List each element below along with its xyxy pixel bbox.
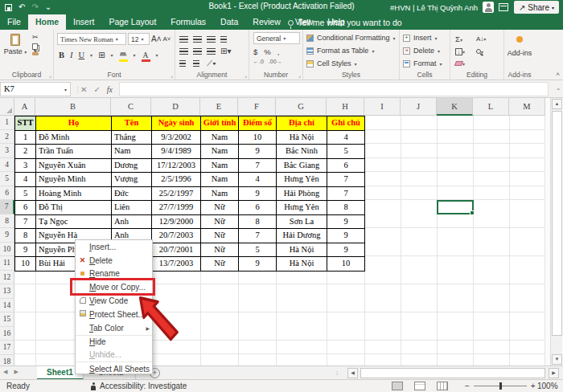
comma-style-button[interactable]: , [277, 47, 280, 56]
cell-stt[interactable]: 2 [15, 145, 36, 159]
cell-stt[interactable]: 5 [15, 187, 36, 202]
cell-stt[interactable]: 8 [15, 229, 36, 243]
cell-ghi-chu[interactable]: 8 [327, 201, 365, 215]
borders-icon[interactable]: ⊞ [98, 51, 105, 59]
formula-input[interactable] [119, 82, 549, 96]
page-break-view-icon[interactable] [437, 382, 448, 390]
ribbon-tab[interactable]: Data [213, 14, 245, 30]
cell-dia-chi[interactable]: Hải Dương [277, 229, 327, 243]
scroll-left-icon[interactable]: ◀ [347, 368, 358, 378]
cell-ngay-sinh[interactable]: 12/9/2000 [152, 215, 201, 230]
cell-ten[interactable]: Dương [112, 159, 152, 174]
cell-ghi-chu[interactable]: 9 [327, 215, 365, 230]
scroll-up-icon[interactable]: ▲ [552, 99, 562, 109]
cell-dia-chi[interactable]: Hà Nội [277, 243, 327, 258]
table-header-cell[interactable]: Địa chỉ [277, 116, 327, 131]
cell-dia-chi[interactable]: Bắc Ninh [277, 145, 327, 159]
align-bottom-icon[interactable] [207, 36, 216, 43]
cell-ghi-chu[interactable]: 10 [327, 257, 365, 272]
cell-ngay-sinh[interactable]: 2/5/1996 [152, 173, 201, 187]
cell-gioi-tinh[interactable]: Nữ [201, 229, 239, 243]
cell-ghi-chu[interactable]: 6 [327, 159, 365, 174]
delete-cells-button[interactable]: Delete▾ [403, 45, 442, 56]
find-select-button[interactable]: ▾ [476, 47, 497, 55]
table-header-cell[interactable]: Họ [36, 116, 112, 131]
borders-dropdown-icon[interactable]: ▾ [111, 52, 113, 58]
cell-stt[interactable]: 3 [15, 159, 36, 174]
column-header[interactable]: K [437, 98, 473, 116]
copy-icon[interactable] [32, 43, 38, 50]
cell-ngay-sinh[interactable]: 27/7/1999 [152, 201, 201, 215]
cell-ghi-chu[interactable]: 9 [327, 243, 365, 258]
cell-stt[interactable]: 6 [15, 201, 36, 215]
bold-button[interactable]: B [59, 51, 64, 59]
cell-ngay-sinh[interactable]: 9/4/1989 [152, 145, 201, 159]
row-header[interactable]: 9 [0, 228, 14, 243]
cell-diem-so[interactable]: 9 [239, 187, 277, 202]
cell-gioi-tinh[interactable]: Nam [201, 145, 239, 159]
autosum-button[interactable]: Σ▾ [455, 35, 476, 43]
font-name-dropdown-icon[interactable]: ▾ [116, 36, 118, 42]
table-header-cell[interactable]: Giới tính [201, 116, 239, 131]
row-header[interactable]: 2 [0, 130, 14, 145]
collapse-ribbon-icon[interactable]: ˄ [556, 71, 560, 78]
fill-button[interactable]: ↓▾ [455, 47, 476, 55]
cell-diem-so[interactable]: 7 [239, 229, 277, 243]
underline-button[interactable]: U [79, 51, 85, 59]
row-header[interactable]: 8 [0, 214, 14, 229]
cell-ghi-chu[interactable]: 9 [327, 229, 365, 243]
cell-gioi-tinh[interactable]: Nam [201, 159, 239, 174]
cell-dia-chi[interactable]: Hưng Yên [277, 173, 327, 187]
cell-ho[interactable]: Tạ Ngọc [36, 215, 112, 230]
cell-ho[interactable]: Trần Tuấn [36, 145, 112, 159]
cell-ho[interactable]: Nguyễn Minh [36, 173, 112, 187]
column-header[interactable]: G [276, 98, 327, 116]
cell-dia-chi[interactable]: Bắc Giang [277, 159, 327, 174]
alignment-dialog-launcher[interactable]: ⌟ [245, 72, 247, 79]
column-header[interactable]: C [111, 98, 151, 116]
font-color-dropdown-icon[interactable]: ▾ [156, 52, 158, 58]
cell-diem-so[interactable]: 6 [239, 201, 277, 215]
name-box[interactable]: K7▾ [0, 82, 71, 96]
cell-stt[interactable]: 9 [15, 243, 36, 258]
align-middle-icon[interactable] [193, 36, 202, 43]
conditional-formatting-button[interactable]: Conditional Formatting▾ [306, 32, 396, 43]
cell-ngay-sinh[interactable]: 9/3/2002 [152, 131, 201, 145]
table-header-cell[interactable]: Ngày sinh [152, 116, 201, 131]
menu-item-insert[interactable]: Insert... [76, 240, 152, 254]
cell-ten[interactable]: Anh [112, 215, 152, 230]
tab-split-handle[interactable]: ⁞ [336, 370, 339, 377]
orientation-icon[interactable]: ⟋▾ [207, 59, 220, 68]
column-header[interactable]: B [35, 98, 111, 116]
clear-button[interactable]: ▾ [455, 59, 476, 67]
page-layout-view-icon[interactable] [414, 382, 425, 390]
column-header[interactable]: D [151, 98, 200, 116]
cell-stt[interactable]: 1 [15, 131, 36, 145]
decrease-decimal-icon[interactable]: .00→ [269, 59, 282, 64]
ribbon-tab[interactable]: Home [28, 14, 66, 30]
cell-ghi-chu[interactable]: 7 [327, 173, 365, 187]
row-header[interactable]: 11 [0, 256, 14, 271]
cell-gioi-tinh[interactable]: Nữ [201, 257, 239, 272]
zoom-level[interactable]: 100% [537, 382, 558, 390]
cell-ten[interactable]: Thắng [112, 131, 152, 145]
number-format-dropdown-icon[interactable]: ▾ [283, 35, 286, 41]
cell-ngay-sinh[interactable]: 25/2/1997 [152, 187, 201, 202]
cell-ho[interactable]: Đỗ Minh [36, 131, 112, 145]
prev-sheet-icon[interactable]: ◀ [3, 369, 7, 375]
row-header[interactable]: 4 [0, 158, 14, 173]
cell-ho[interactable]: Hoàng Minh [36, 187, 112, 202]
ribbon-display-options-icon[interactable] [499, 3, 508, 11]
paste-dropdown-icon[interactable]: ▾ [24, 50, 27, 55]
row-header[interactable]: 14 [0, 299, 14, 313]
vertical-scrollbar[interactable]: ▲ ▼ [550, 98, 562, 365]
font-size-dropdown-icon[interactable]: ▾ [141, 36, 143, 42]
table-header-cell[interactable]: Tên [112, 116, 152, 131]
cell-gioi-tinh[interactable]: Nữ [201, 215, 239, 230]
increase-font-icon[interactable]: A˄ [151, 35, 162, 43]
percent-style-button[interactable]: % [264, 47, 270, 56]
cell-dia-chi[interactable]: Hưng Yên [277, 201, 327, 215]
scroll-down-icon[interactable]: ▼ [552, 354, 562, 365]
cell-diem-so[interactable]: 9 [239, 257, 277, 272]
row-header[interactable]: 1 [0, 116, 14, 130]
